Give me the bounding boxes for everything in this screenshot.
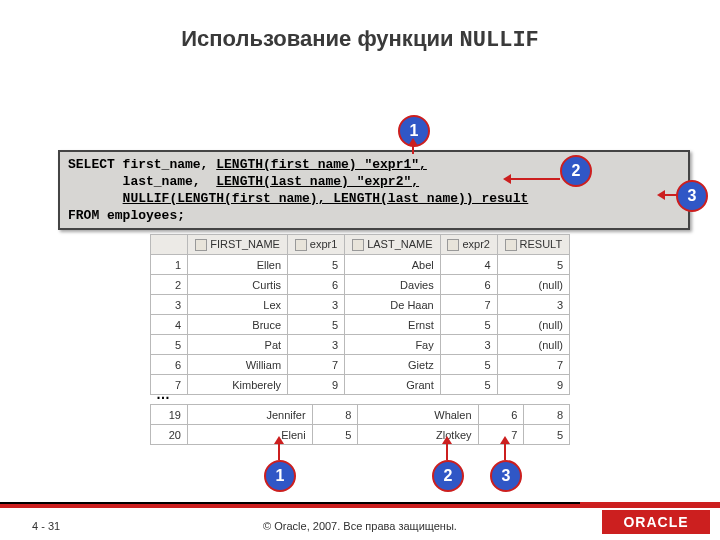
callout-top-3: 3: [676, 180, 708, 212]
footer: 4 - 31 © Oracle, 2007. Все права защищен…: [0, 502, 720, 540]
row-num: 4: [151, 315, 188, 335]
table-row: 19Jennifer8Whalen68: [151, 405, 570, 425]
cell-expr2: 5: [440, 375, 497, 395]
col-icon: [505, 239, 517, 251]
arrow-top-2: [511, 178, 560, 180]
callout-top-2: 2: [560, 155, 592, 187]
cell-firstname: Lex: [188, 295, 288, 315]
cell-lastname: Gietz: [345, 355, 441, 375]
table-row: 4Bruce5Ernst5(null): [151, 315, 570, 335]
cell-firstname: Jennifer: [188, 405, 313, 425]
sql-l2b: LENGTH(last_name) "expr2",: [216, 174, 419, 189]
cell-expr2: 6: [440, 275, 497, 295]
row-num: 1: [151, 255, 188, 275]
cell-result: 5: [524, 425, 570, 445]
title-func: NULLIF: [460, 28, 539, 53]
sql-codeblock: SELECT first_name, LENGTH(first_name) "e…: [58, 150, 690, 230]
cell-expr1: 5: [312, 425, 358, 445]
arrow-bot-3: [504, 444, 506, 460]
cell-expr1: 7: [288, 355, 345, 375]
cell-result: 8: [524, 405, 570, 425]
arrow-top-1: [412, 146, 414, 154]
callout-bot-3: 3: [490, 460, 522, 492]
row-num: 6: [151, 355, 188, 375]
cell-result: (null): [497, 335, 569, 355]
cell-expr1: 3: [288, 295, 345, 315]
cell-expr1: 3: [288, 335, 345, 355]
cell-expr1: 6: [288, 275, 345, 295]
footer-redline: [0, 502, 720, 508]
cell-firstname: Curtis: [188, 275, 288, 295]
row-num: 20: [151, 425, 188, 445]
cell-lastname: Grant: [345, 375, 441, 395]
cell-expr2: 6: [478, 405, 524, 425]
th-firstname: FIRST_NAME: [210, 238, 280, 250]
title-prefix: Использование функции: [181, 26, 453, 51]
cell-expr2: 5: [440, 355, 497, 375]
cell-expr2: 3: [440, 335, 497, 355]
sql-l4: FROM employees;: [68, 207, 680, 224]
sql-l1a: SELECT first_name,: [68, 157, 216, 172]
table-row: 1Ellen5Abel45: [151, 255, 570, 275]
th-result: RESULT: [520, 238, 563, 250]
cell-expr1: 5: [288, 255, 345, 275]
cell-result: 7: [497, 355, 569, 375]
row-num: 2: [151, 275, 188, 295]
cell-lastname: Whalen: [358, 405, 478, 425]
cell-result: 3: [497, 295, 569, 315]
cell-lastname: Fay: [345, 335, 441, 355]
sql-l2a: last_name,: [68, 174, 216, 189]
table-row: 5Pat3Fay3(null): [151, 335, 570, 355]
ellipsis: …: [156, 386, 170, 402]
cell-result: (null): [497, 315, 569, 335]
col-icon: [447, 239, 459, 251]
cell-lastname: Ernst: [345, 315, 441, 335]
cell-result: 9: [497, 375, 569, 395]
cell-expr1: 8: [312, 405, 358, 425]
row-num: 19: [151, 405, 188, 425]
callout-bot-1: 1: [264, 460, 296, 492]
col-icon: [295, 239, 307, 251]
cell-firstname: Kimberely: [188, 375, 288, 395]
cell-lastname: Zlotkey: [358, 425, 478, 445]
cell-expr2: 5: [440, 315, 497, 335]
table-row: 3Lex3De Haan73: [151, 295, 570, 315]
row-num: 5: [151, 335, 188, 355]
cell-lastname: Davies: [345, 275, 441, 295]
col-icon: [195, 239, 207, 251]
th-expr2: expr2: [462, 238, 490, 250]
arrow-bot-1: [278, 444, 280, 460]
cell-expr2: 7: [440, 295, 497, 315]
th-expr1: expr1: [310, 238, 338, 250]
cell-expr1: 5: [288, 315, 345, 335]
cell-firstname: William: [188, 355, 288, 375]
cell-expr1: 9: [288, 375, 345, 395]
row-num: 3: [151, 295, 188, 315]
slide-title: Использование функции NULLIF: [0, 26, 720, 53]
callout-bot-2: 2: [432, 460, 464, 492]
arrow-top-3: [665, 194, 677, 196]
col-icon: [352, 239, 364, 251]
table-row: 6William7Gietz57: [151, 355, 570, 375]
sql-l3a: [68, 191, 123, 206]
cell-result: 5: [497, 255, 569, 275]
cell-lastname: De Haan: [345, 295, 441, 315]
cell-firstname: Ellen: [188, 255, 288, 275]
table-row: 7Kimberely9Grant59: [151, 375, 570, 395]
cell-expr2: 4: [440, 255, 497, 275]
result-table-1: FIRST_NAME expr1 LAST_NAME expr2 RESULT …: [150, 234, 570, 395]
oracle-logo: ORACLE: [602, 510, 710, 534]
sql-l3b: NULLIF(LENGTH(first_name), LENGTH(last_n…: [123, 191, 529, 206]
th-lastname: LAST_NAME: [367, 238, 432, 250]
cell-lastname: Abel: [345, 255, 441, 275]
sql-l1b: LENGTH(first_name) "expr1",: [216, 157, 427, 172]
cell-firstname: Eleni: [188, 425, 313, 445]
cell-firstname: Bruce: [188, 315, 288, 335]
table-row: 2Curtis6Davies6(null): [151, 275, 570, 295]
cell-result: (null): [497, 275, 569, 295]
arrow-bot-2: [446, 444, 448, 460]
cell-firstname: Pat: [188, 335, 288, 355]
